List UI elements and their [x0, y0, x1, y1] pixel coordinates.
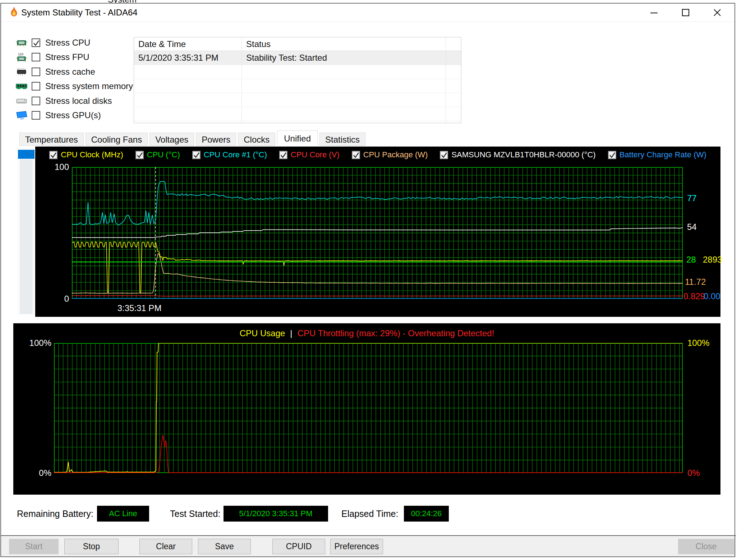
- maximize-button[interactable]: [674, 4, 697, 22]
- log-column-header[interactable]: Date & Time: [134, 37, 242, 51]
- log-cell-empty: [242, 79, 446, 93]
- stress-option-5[interactable]: Stress GPU(s): [15, 110, 101, 121]
- tab-temperatures[interactable]: Temperatures: [19, 133, 84, 146]
- stress-option-0[interactable]: Stress CPU: [15, 37, 90, 48]
- log-cell-empty: [242, 121, 446, 123]
- log-cell-empty: [134, 93, 242, 107]
- usage-left-bottom-label: 0%: [19, 468, 51, 478]
- test-started-value: 5/1/2020 3:35:31 PM: [224, 506, 328, 522]
- test-started-label: Test Started:: [170, 506, 220, 522]
- right-label-5: 0.829: [683, 291, 705, 301]
- legend-label: CPU Core (V): [291, 150, 340, 159]
- legend-label: CPU (°C): [147, 150, 180, 159]
- tab-voltages[interactable]: Voltages: [149, 133, 194, 146]
- cache-chip-icon: [15, 67, 28, 77]
- check-icon: [441, 152, 448, 159]
- minimize-button[interactable]: [642, 4, 665, 22]
- log-column-header[interactable]: Status: [242, 37, 446, 51]
- right-label-0: 77: [687, 193, 697, 203]
- legend-checkbox-checked[interactable]: [352, 151, 360, 159]
- background-window-fragment: System: [108, 0, 180, 3]
- legend-checkbox-checked[interactable]: [135, 151, 144, 159]
- legend-checkbox-checked[interactable]: [440, 151, 448, 159]
- tab-clocks[interactable]: Clocks: [238, 133, 275, 146]
- log-cell-empty: [134, 79, 242, 93]
- legend-item-2[interactable]: CPU Core #1 (°C): [192, 150, 267, 159]
- legend-item-3[interactable]: CPU Core (V): [279, 150, 340, 159]
- series-cpu-usage: [54, 343, 683, 472]
- close-window-button[interactable]: [706, 4, 729, 22]
- log-row-empty: [134, 107, 461, 121]
- stop-button[interactable]: Stop: [64, 539, 119, 554]
- usage-chart-title: CPU Usage | CPU Throttling (max: 29%) - …: [13, 328, 720, 338]
- checkbox-unchecked[interactable]: [32, 68, 40, 76]
- log-cell-empty: [242, 107, 446, 121]
- log-cell-filler: [446, 79, 461, 93]
- log-row-empty: [134, 65, 461, 79]
- log-cell-empty: [134, 121, 242, 123]
- svg-text:123: 123: [18, 52, 23, 56]
- log-table[interactable]: Date & TimeStatus5/1/2020 3:35:31 PMStab…: [134, 37, 461, 123]
- legend-checkbox-checked[interactable]: [192, 151, 201, 159]
- tab-bar: TemperaturesCooling FansVoltagesPowersCl…: [19, 130, 367, 146]
- usage-left-top-label: 100%: [19, 338, 51, 348]
- stress-option-label: Stress system memory: [45, 81, 133, 91]
- tab-unified[interactable]: Unified: [277, 130, 318, 146]
- log-cell-empty: [134, 107, 242, 121]
- log-row-empty: [134, 93, 461, 107]
- chart-legend: CPU Clock (MHz)CPU (°C)CPU Core #1 (°C)C…: [35, 150, 720, 159]
- legend-item-6[interactable]: Battery Charge Rate (W): [608, 150, 706, 159]
- scrollbar-track[interactable]: [20, 159, 33, 314]
- legend-checkbox-checked[interactable]: [279, 151, 287, 159]
- log-row[interactable]: 5/1/2020 3:35:31 PMStability Test: Start…: [134, 51, 461, 65]
- stress-option-2[interactable]: Stress cache: [15, 66, 95, 77]
- legend-label: CPU Package (W): [363, 150, 428, 159]
- checkbox-unchecked[interactable]: [32, 53, 40, 61]
- log-cell-filler: [446, 107, 461, 121]
- series-ssd-temperature: [72, 228, 683, 238]
- legend-label: CPU Core #1 (°C): [204, 150, 267, 159]
- checkbox-unchecked[interactable]: [32, 82, 40, 91]
- cpuid-button[interactable]: CPUID: [272, 539, 325, 554]
- checkbox-unchecked[interactable]: [32, 97, 40, 105]
- checkbox-checked[interactable]: [32, 38, 40, 47]
- preferences-button[interactable]: Preferences: [330, 539, 383, 554]
- memory-module-icon: [15, 81, 28, 91]
- legend-item-5[interactable]: SAMSUNG MZVLB1T0HBLR-00000 (°C): [440, 150, 595, 159]
- legend-label: SAMSUNG MZVLB1T0HBLR-00000 (°C): [451, 150, 595, 159]
- chart-scrollbar[interactable]: [17, 147, 35, 315]
- legend-item-1[interactable]: CPU (°C): [135, 150, 180, 159]
- unified-sensor-chart: [72, 167, 683, 299]
- tab-powers[interactable]: Powers: [196, 133, 236, 146]
- title-bar: System Stability Test - AIDA64: [1, 4, 736, 22]
- log-cell-datetime: 5/1/2020 3:35:31 PM: [134, 51, 242, 65]
- checkbox-unchecked[interactable]: [32, 111, 40, 120]
- scrollbar-thumb[interactable]: [18, 150, 34, 159]
- legend-item-4[interactable]: CPU Package (W): [352, 150, 428, 159]
- right-label-4: 11.72: [685, 277, 706, 287]
- series-cpu-core-voltage: [72, 296, 683, 296]
- tab-cooling-fans[interactable]: Cooling Fans: [86, 133, 148, 146]
- legend-checkbox-checked[interactable]: [608, 151, 616, 159]
- check-icon: [609, 152, 616, 159]
- close-button: Close: [678, 539, 734, 554]
- elapsed-time-value: 00:24:26: [404, 506, 449, 522]
- stress-option-1[interactable]: 123Stress FPU: [15, 52, 89, 63]
- y-axis-bottom-label: 0: [39, 294, 69, 304]
- clear-button[interactable]: Clear: [139, 539, 192, 554]
- background-window-text: System: [108, 0, 180, 3]
- stress-option-4[interactable]: Stress local disks: [15, 96, 112, 106]
- legend-label: CPU Clock (MHz): [61, 150, 123, 159]
- log-cell-filler: [446, 51, 461, 65]
- log-cell-filler: [446, 65, 461, 79]
- save-button[interactable]: Save: [198, 539, 251, 554]
- tab-statistics[interactable]: Statistics: [319, 133, 365, 146]
- close-icon: [712, 8, 722, 18]
- legend-checkbox-checked[interactable]: [49, 151, 57, 159]
- legend-item-0[interactable]: CPU Clock (MHz): [49, 150, 123, 159]
- check-icon: [33, 40, 40, 47]
- stress-option-3[interactable]: Stress system memory: [15, 81, 133, 92]
- gpu-display-icon: [15, 110, 28, 120]
- usage-right-bottom-label: 0%: [687, 468, 700, 478]
- stress-option-label: Stress GPU(s): [45, 110, 101, 120]
